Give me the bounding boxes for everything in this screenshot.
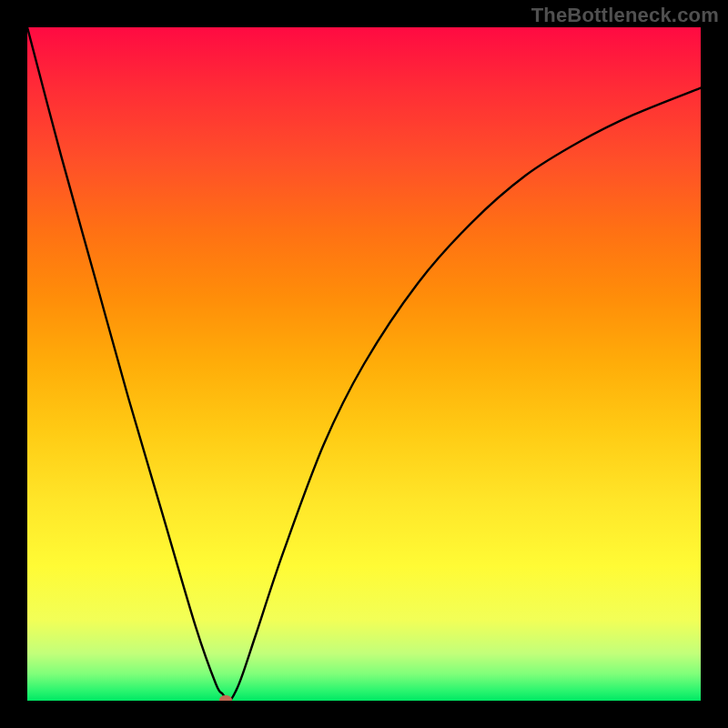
chart-frame: TheBottleneck.com xyxy=(0,0,728,728)
plot-area xyxy=(27,27,701,701)
minimum-marker xyxy=(219,695,232,701)
chart-svg xyxy=(27,27,701,701)
watermark-text: TheBottleneck.com xyxy=(531,4,719,27)
